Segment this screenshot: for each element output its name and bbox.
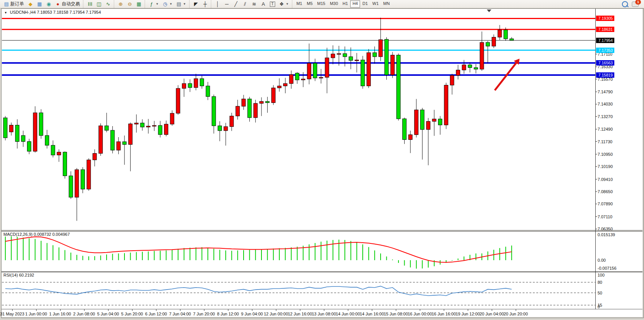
indicators-button[interactable]: ƒ▼	[147, 0, 161, 8]
price-tick-label: 7.13270	[598, 114, 613, 119]
label-button[interactable]: T	[268, 0, 277, 8]
time-tick-mark	[60, 309, 61, 311]
zoom-in-button[interactable]: ⊕	[116, 0, 125, 8]
timeframe-m1[interactable]: M1	[294, 0, 304, 8]
price-badge: 7.15819	[596, 72, 614, 78]
new-order-icon: ▤	[4, 2, 9, 6]
vline-button[interactable]: │	[213, 0, 222, 8]
timeframe-m30[interactable]: M30	[328, 0, 340, 8]
time-tick-mark	[492, 309, 492, 311]
search-icon[interactable]	[622, 1, 628, 7]
crosshair-button[interactable]: ┼	[201, 0, 210, 8]
toolbar: ▤新订单◆▦◉●自动交易☰◫∿⊕⊖▦ƒ▼◷▼▤▼◤┼│─╱⫽≋AT❖▼M1M5M…	[0, 0, 644, 8]
chevron-down-icon[interactable]: ▼	[169, 2, 172, 6]
time-tick-mark	[468, 309, 468, 311]
rsi-axis-label: 100	[598, 273, 604, 277]
timeframe-h4[interactable]: H4	[350, 0, 360, 8]
hline-button[interactable]: ─	[222, 0, 231, 8]
chat-bubble-icon[interactable]: 1	[632, 2, 639, 7]
time-label: 6 Jun 12:00	[145, 312, 167, 316]
price-tick-label: 7.07110	[598, 214, 612, 219]
price-badge: 7.17954	[596, 38, 614, 43]
chart-ohlc-title: ▼ USDCNH-,H4 7.18053 7.18158 7.17954 7.1…	[4, 10, 101, 14]
tile-windows-button[interactable]: ▦	[134, 0, 143, 8]
time-label: 9 Jun 04:00	[241, 312, 263, 316]
time-label: 7 Jun 04:00	[169, 312, 191, 316]
autotrading-button-label: 自动交易	[62, 1, 80, 7]
navigator-button[interactable]: ◉	[44, 0, 53, 8]
templates-icon: ▤	[176, 2, 182, 6]
timeframe-m5[interactable]: M5	[304, 0, 315, 8]
time-label: 12 Jun 00:00	[264, 312, 288, 316]
tile-windows-icon: ▦	[136, 2, 142, 6]
rsi-label: RSI(14) 60.2192	[3, 273, 34, 277]
rsi-axis-label: 50	[598, 291, 602, 295]
timeframe-m15[interactable]: M15	[315, 0, 327, 8]
collapse-triangle-icon[interactable]: ▼	[4, 11, 7, 14]
price-pane[interactable]	[2, 9, 642, 230]
macd-axis-label: -0.007156	[598, 266, 617, 270]
timeframe-mn[interactable]: MN	[381, 0, 392, 8]
time-tick-mark	[420, 309, 420, 311]
shapes-button[interactable]: ❖▼	[277, 0, 291, 8]
time-tick-mark	[108, 309, 108, 311]
market-watch-icon: ◆	[28, 2, 33, 6]
text-button[interactable]: A	[259, 0, 268, 8]
fibonacci-button[interactable]: ≋	[250, 0, 259, 8]
chevron-down-icon[interactable]: ▼	[156, 2, 159, 6]
toolbar-group: ▤新订单◆▦◉●自动交易	[0, 0, 83, 8]
price-tick-label: 7.10190	[598, 164, 613, 169]
time-tick-mark	[252, 309, 252, 311]
chevron-down-icon[interactable]: ▼	[183, 2, 186, 6]
templates-button[interactable]: ▤▼	[174, 0, 188, 8]
rsi-value: 60.2192	[19, 273, 34, 277]
fibonacci-icon: ≋	[252, 2, 257, 6]
price-tick-label: 7.08650	[598, 189, 613, 194]
new-order-button[interactable]: ▤新订单	[2, 0, 26, 8]
macd-signal-value: 0.004967	[52, 232, 70, 237]
price-tick-label: 7.12490	[598, 127, 613, 131]
price-tick-label: 7.07890	[598, 202, 613, 206]
price-tick-label: 7.14790	[598, 90, 613, 94]
chevron-down-icon[interactable]: ▼	[286, 2, 289, 6]
timeframe-h1[interactable]: H1	[340, 0, 350, 8]
time-label: 19 Jun 12:00	[456, 312, 480, 316]
timeframe-d1[interactable]: D1	[360, 0, 370, 8]
cursor-button[interactable]: ◤	[191, 0, 201, 8]
autotrading-icon: ●	[55, 2, 61, 6]
time-label: 20 Jun 04:00	[480, 312, 504, 316]
channel-icon: ⫽	[242, 2, 248, 6]
timeframe-w1[interactable]: W1	[370, 0, 381, 8]
macd-label: MACD(12,26,9) 0.008732 0.004967	[3, 232, 70, 237]
line-chart-button[interactable]: ∿	[104, 0, 113, 8]
time-label: 14 Jun 16:00	[360, 312, 384, 316]
data-window-button[interactable]: ▦	[35, 0, 44, 8]
price-badge: 7.18631	[596, 27, 614, 32]
time-label: 8 Jun 12:00	[217, 312, 239, 316]
rsi-pane[interactable]	[2, 272, 642, 309]
time-tick-mark	[516, 309, 516, 311]
time-label: 1 Jun 00:00	[25, 312, 47, 316]
macd-pane[interactable]	[2, 231, 642, 272]
bar-chart-button[interactable]: ☰	[85, 0, 94, 8]
time-label: 12 Jun 16:00	[288, 312, 312, 316]
candle-chart-icon: ◫	[96, 2, 102, 6]
time-label: 13 Jun 08:00	[312, 312, 336, 316]
time-tick-mark	[228, 309, 228, 311]
time-tick-mark	[444, 309, 444, 311]
price-badge: 7.19305	[596, 16, 614, 21]
trendline-button[interactable]: ╱	[231, 0, 241, 8]
autotrading-button[interactable]: ●自动交易	[53, 0, 82, 8]
vertical-line-icon: │	[215, 2, 220, 6]
toolbar-group: ◤┼	[189, 0, 211, 8]
data-window-icon: ▦	[37, 2, 42, 6]
crosshair-icon: ┼	[202, 2, 208, 6]
time-tick-mark	[372, 309, 372, 311]
zoom-out-button[interactable]: ⊖	[125, 0, 134, 8]
market-watch-button[interactable]: ◆	[26, 0, 35, 8]
bar-chart-icon: ☰	[88, 2, 92, 7]
candle-chart-button[interactable]: ◫	[94, 0, 104, 8]
periods-button[interactable]: ◷▼	[161, 0, 174, 8]
channel-button[interactable]: ⫽	[241, 0, 250, 8]
toolbar-group: ☰◫∿	[83, 0, 114, 8]
